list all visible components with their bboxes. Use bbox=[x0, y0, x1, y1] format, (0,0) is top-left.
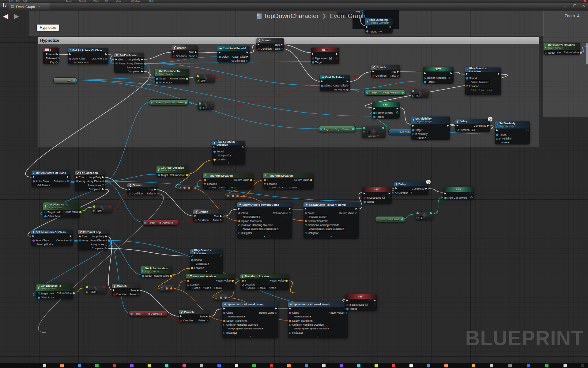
pin-dot[interactable] bbox=[352, 128, 354, 130]
node-footer[interactable]: ▾ bbox=[237, 235, 292, 239]
pin-ring[interactable] bbox=[457, 129, 459, 131]
pin-dot[interactable] bbox=[250, 179, 252, 181]
menu-item-window[interactable]: Window bbox=[131, 0, 140, 2]
pin-tri[interactable]: ▶ bbox=[373, 107, 375, 110]
node-branch-5[interactable]: ❮Branch▶True▶ConditionFalse▷ bbox=[193, 209, 223, 222]
pin-tri[interactable]: ▶ bbox=[281, 44, 283, 46]
pin-ring[interactable] bbox=[545, 52, 547, 54]
node-branch-3[interactable]: ❮Branch▶True▶ConditionFalse▷ bbox=[371, 65, 400, 78]
pin-dot[interactable] bbox=[191, 267, 193, 269]
pin-grid[interactable]: ▦ bbox=[76, 180, 78, 182]
pin-grid[interactable]: ▦ bbox=[79, 239, 81, 242]
pin-dot[interactable] bbox=[363, 127, 365, 129]
node-footer[interactable]: ▾ bbox=[303, 235, 359, 239]
node-get-num-cell-towers-2[interactable]: Num Cell Towers bbox=[375, 216, 405, 222]
node-set-hypnotized[interactable]: SET▶▶Hypnotized☑Target bbox=[311, 48, 339, 64]
pin-triH[interactable]: ▷ bbox=[220, 255, 222, 257]
pin-tri[interactable]: ▶ bbox=[466, 73, 468, 75]
node-self-pill[interactable]: Self bbox=[53, 77, 77, 83]
node-add-2[interactable]: ✚2Add pin ✚ bbox=[362, 126, 386, 138]
taskbar-icon[interactable] bbox=[427, 364, 430, 367]
pin-grid[interactable]: ▦ bbox=[66, 180, 69, 182]
checkbox-checked[interactable]: ☑ bbox=[365, 304, 368, 306]
pin-tri[interactable]: ▶ bbox=[425, 187, 427, 190]
pin-dot[interactable] bbox=[170, 287, 172, 289]
pin-dot[interactable] bbox=[186, 78, 188, 80]
pin-dot[interactable] bbox=[187, 280, 189, 282]
node-footer[interactable]: ▾ bbox=[465, 92, 501, 95]
taskbar-icon[interactable] bbox=[235, 364, 238, 367]
pin-dot[interactable] bbox=[232, 280, 234, 282]
pin-tri[interactable]: ▶ bbox=[457, 124, 458, 127]
pin-tri[interactable]: ▶ bbox=[374, 299, 376, 302]
pin-dot[interactable] bbox=[466, 77, 468, 79]
pin-tri[interactable]: ▶ bbox=[223, 307, 225, 310]
node-get-num-cell-towers-1[interactable]: TargetNum Cell Towers bbox=[149, 99, 189, 105]
pin-tri[interactable]: ▶ bbox=[450, 72, 452, 75]
pin-dot[interactable] bbox=[188, 187, 190, 189]
pin-dot[interactable] bbox=[346, 308, 349, 310]
pin-triH[interactable]: ▷ bbox=[213, 146, 215, 148]
pin-dot[interactable] bbox=[223, 312, 225, 314]
node-conv-4[interactable] bbox=[214, 294, 228, 301]
node-foreach-3[interactable]: ⟳ForEachLoop▶ExecLoop Body▶▦ArrayArray E… bbox=[78, 230, 108, 250]
menu-item-select[interactable]: Select bbox=[79, 0, 86, 2]
pin-dot[interactable] bbox=[242, 280, 244, 282]
dropdown-value[interactable]: Collapse02 ▾ bbox=[217, 154, 232, 157]
node-conv-2[interactable] bbox=[226, 193, 240, 199]
pin-ring[interactable] bbox=[199, 107, 201, 109]
pin-ring[interactable] bbox=[388, 196, 390, 198]
pin-ring[interactable] bbox=[44, 211, 47, 213]
value-field[interactable]: self bbox=[378, 30, 384, 33]
pin-dot[interactable] bbox=[180, 320, 182, 322]
pin-dot[interactable] bbox=[285, 280, 288, 282]
pin-tri[interactable]: ▶ bbox=[424, 72, 426, 75]
pin-dot[interactable] bbox=[424, 81, 426, 83]
vector-value[interactable]: X -30.0Y 30.0Z 200.0 bbox=[207, 186, 237, 189]
pin-tri[interactable]: ▶ bbox=[364, 192, 365, 195]
pin-tri[interactable]: ▶ bbox=[238, 208, 240, 210]
node-transform-location-4[interactable]: ƒTransform LocationTReturn ValueLocation… bbox=[240, 274, 289, 290]
pin-tri[interactable]: ▶ bbox=[33, 176, 35, 178]
node-set-is-destroyed-1[interactable]: SET▶▶Is Destroyed☑Target bbox=[362, 187, 392, 204]
pin-triH[interactable]: ▷ bbox=[471, 192, 473, 195]
node-get-is-destroyed-1[interactable]: TargetIs Destroyed bbox=[142, 220, 179, 226]
pin-dot[interactable] bbox=[191, 259, 193, 261]
pin-tri[interactable]: ▶ bbox=[412, 125, 414, 127]
value-field[interactable]: 4 bbox=[409, 191, 413, 194]
dropdown-value[interactable]: Blow Up Rock ▾ bbox=[36, 243, 55, 246]
pin-dot[interactable] bbox=[170, 275, 172, 277]
pin-ring[interactable] bbox=[102, 184, 104, 186]
pin-tri[interactable]: ▶ bbox=[56, 53, 58, 56]
pin-dot[interactable] bbox=[372, 75, 375, 77]
tab-event-graph[interactable]: Event Graph × bbox=[9, 3, 50, 10]
pin-tri[interactable]: ▶ bbox=[113, 289, 115, 291]
menu-item-3d[interactable]: 3D bbox=[105, 0, 108, 2]
pin-dot[interactable] bbox=[183, 187, 186, 189]
dropdown-value[interactable]: Always Spawn, Ignore Collisions ▾ bbox=[227, 327, 264, 330]
pin-dot[interactable] bbox=[417, 212, 419, 214]
pin-ring[interactable] bbox=[141, 67, 143, 69]
node-get-distance-3[interactable]: ƒGet Distance ToTarget is ActorTargetsel… bbox=[36, 284, 73, 299]
pin-dot[interactable] bbox=[219, 56, 221, 58]
taskbar-icon[interactable] bbox=[287, 364, 291, 367]
taskbar-icon[interactable] bbox=[305, 364, 308, 367]
pin-ring[interactable] bbox=[289, 212, 291, 214]
menu-item-view[interactable]: View bbox=[116, 0, 121, 2]
node-spawn-firework-4[interactable]: ✦SpawnActor Firework Bomb▶▶ClassFirework… bbox=[288, 302, 348, 338]
node-get-all-actors-2[interactable]: ƒGet All Actors Of Class▶▶Actor ClassCel… bbox=[32, 171, 70, 187]
pin-dot[interactable] bbox=[430, 212, 432, 214]
pin-ring[interactable] bbox=[289, 324, 291, 326]
pin-dot[interactable] bbox=[364, 201, 366, 203]
pin-dot[interactable] bbox=[211, 102, 213, 105]
pin-ring[interactable] bbox=[275, 312, 277, 314]
node-compare-300-2[interactable]: ❯300 bbox=[92, 205, 112, 213]
node-branch-2[interactable]: ❮Branch▶True▶ConditionFalse▷ bbox=[256, 38, 284, 51]
pin-tri[interactable]: ▶ bbox=[32, 235, 34, 237]
pin-grid[interactable]: ▦ bbox=[105, 57, 107, 60]
pin-ring[interactable] bbox=[246, 60, 248, 62]
pin-ring[interactable] bbox=[396, 111, 398, 113]
dropdown-value[interactable]: Hidden ▾ bbox=[416, 136, 427, 140]
node-spawn-firework-1[interactable]: ✦SpawnActor Firework Bomb▶▶ClassFirework… bbox=[237, 202, 292, 239]
vector-field[interactable]: X 0.0 bbox=[469, 88, 477, 91]
